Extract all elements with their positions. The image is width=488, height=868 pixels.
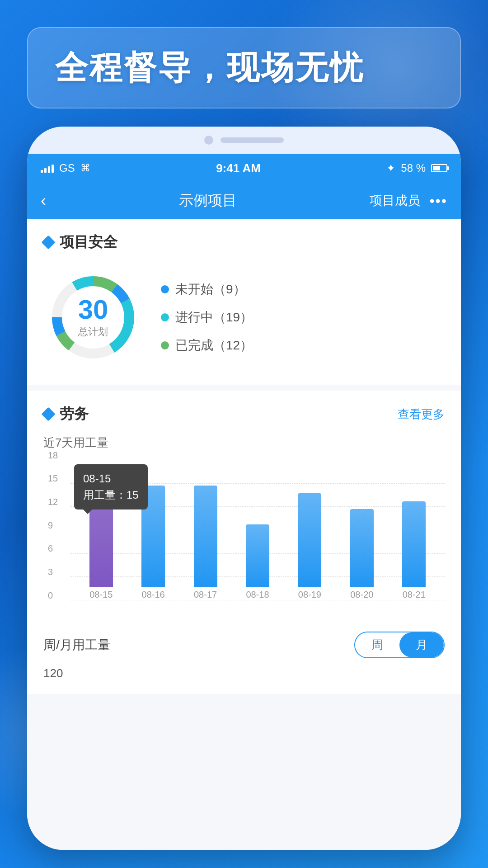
bar-group[interactable]: 08-19 — [284, 493, 336, 600]
phone-mockup: GS ⌘ 9:41 AM ✦ 58 % ‹ 示例项目 项目成员 ••• 项目安全 — [27, 127, 461, 850]
labor-title: 劳务 — [60, 404, 89, 424]
toggle-month[interactable]: 月 — [399, 632, 444, 657]
bar-08-21[interactable] — [402, 501, 426, 587]
bar-08-19[interactable] — [298, 493, 321, 587]
labor-section-header: 劳务 查看更多 — [43, 404, 445, 424]
bar-08-18[interactable] — [246, 524, 269, 587]
chart-y-label: 9 — [48, 520, 53, 530]
signal-bar-4 — [52, 165, 54, 173]
battery-fill — [433, 166, 440, 170]
signal-bar-2 — [44, 168, 47, 173]
labor-card: 劳务 查看更多 近7天用工量 1815129630 08-1508-1608-1… — [27, 391, 461, 699]
legend-label-not-started: 未开始（9） — [175, 281, 246, 298]
nav-bar: ‹ 示例项目 项目成员 ••• — [27, 183, 461, 219]
diamond-icon — [41, 235, 55, 249]
battery-icon — [431, 164, 447, 172]
nav-right: 项目成员 ••• — [370, 192, 447, 209]
phone-top-bar — [27, 127, 461, 154]
bar-date-label: 08-16 — [142, 590, 165, 600]
weekly-monthly-bar: 周/月用工量 周 月 — [43, 623, 445, 663]
toggle-week[interactable]: 周 — [355, 632, 399, 657]
donut-chart: 30 总计划 — [43, 268, 143, 367]
bluetooth-icon: ✦ — [386, 162, 395, 175]
view-more-link[interactable]: 查看更多 — [398, 406, 445, 422]
bar-date-label: 08-17 — [194, 590, 217, 600]
legend-label-completed: 已完成（12） — [175, 337, 253, 354]
bar-date-label: 08-21 — [403, 590, 426, 600]
status-bar: GS ⌘ 9:41 AM ✦ 58 % — [27, 154, 461, 183]
labor-diamond-icon — [41, 407, 55, 421]
bar-group[interactable]: 08-21 — [388, 501, 440, 600]
legend-label-in-progress: 进行中（19） — [175, 309, 253, 326]
legend-item-completed: 已完成（12） — [161, 337, 445, 354]
bottom-value: 120 — [43, 663, 445, 680]
header-banner: 全程督导，现场无忧 — [27, 27, 461, 108]
status-right: ✦ 58 % — [386, 162, 447, 175]
signal-bar-3 — [48, 166, 50, 173]
bar-date-label: 08-19 — [298, 590, 321, 600]
content-area: 项目安全 30 — [27, 219, 461, 850]
chart-y-label: 12 — [48, 496, 58, 507]
members-label[interactable]: 项目成员 — [370, 192, 420, 209]
legend-item-in-progress: 进行中（19） — [161, 309, 445, 326]
bar-chart: 1815129630 08-1508-1608-1708-1808-1908-2… — [43, 460, 445, 623]
chart-y-label: 6 — [48, 543, 53, 554]
project-safety-card: 项目安全 30 — [27, 219, 461, 391]
status-left: GS ⌘ — [41, 162, 90, 175]
phone-camera — [204, 136, 213, 145]
legend-dot-completed — [161, 341, 169, 349]
tooltip-value: 用工量：15 — [83, 487, 139, 503]
back-button[interactable]: ‹ — [41, 191, 46, 210]
header-title: 全程督导，现场无忧 — [55, 46, 433, 90]
safety-title-wrap: 项目安全 — [43, 232, 117, 252]
time-label: 9:41 AM — [216, 161, 261, 175]
signal-icon — [41, 164, 54, 173]
bar-08-20[interactable] — [350, 509, 374, 587]
carrier-label: GS — [59, 162, 75, 175]
wifi-icon: ⌘ — [80, 162, 90, 174]
chart-tooltip: 08-15 用工量：15 — [74, 464, 148, 509]
legend-dot-not-started — [161, 285, 169, 293]
chart-y-label: 18 — [48, 450, 58, 460]
signal-bar-1 — [41, 170, 43, 173]
legend: 未开始（9） 进行中（19） 已完成（12） — [161, 281, 445, 354]
weekly-monthly-label: 周/月用工量 — [43, 637, 110, 654]
safety-section-header: 项目安全 — [43, 232, 445, 252]
labor-title-wrap: 劳务 — [43, 404, 89, 424]
bar-group[interactable]: 08-17 — [179, 486, 231, 600]
legend-dot-in-progress — [161, 313, 169, 321]
tooltip-date: 08-15 — [83, 471, 139, 487]
donut-section: 30 总计划 未开始（9） 进行中（19） — [43, 263, 445, 372]
battery-percent: 58 % — [401, 162, 426, 175]
chart-y-label: 3 — [48, 566, 53, 577]
safety-title: 项目安全 — [60, 232, 117, 252]
nav-title: 示例项目 — [46, 191, 370, 211]
bar-date-label: 08-18 — [246, 590, 269, 600]
chart-grid-line: 0 — [70, 600, 445, 600]
chart-y-label: 15 — [48, 473, 58, 484]
bar-date-label: 08-20 — [350, 590, 373, 600]
donut-center: 30 总计划 — [78, 296, 108, 339]
bar-group[interactable]: 08-18 — [231, 524, 283, 600]
legend-item-not-started: 未开始（9） — [161, 281, 445, 298]
bar-group[interactable]: 08-20 — [336, 509, 388, 600]
chart-label: 近7天用工量 — [43, 435, 445, 451]
donut-label: 总计划 — [78, 325, 108, 339]
bar-08-17[interactable] — [194, 486, 217, 587]
bar-date-label: 08-15 — [89, 590, 113, 600]
more-options-button[interactable]: ••• — [429, 193, 447, 209]
donut-number: 30 — [78, 296, 108, 323]
toggle-group[interactable]: 周 月 — [354, 632, 445, 658]
chart-y-label: 0 — [48, 590, 53, 600]
phone-speaker — [221, 137, 284, 143]
